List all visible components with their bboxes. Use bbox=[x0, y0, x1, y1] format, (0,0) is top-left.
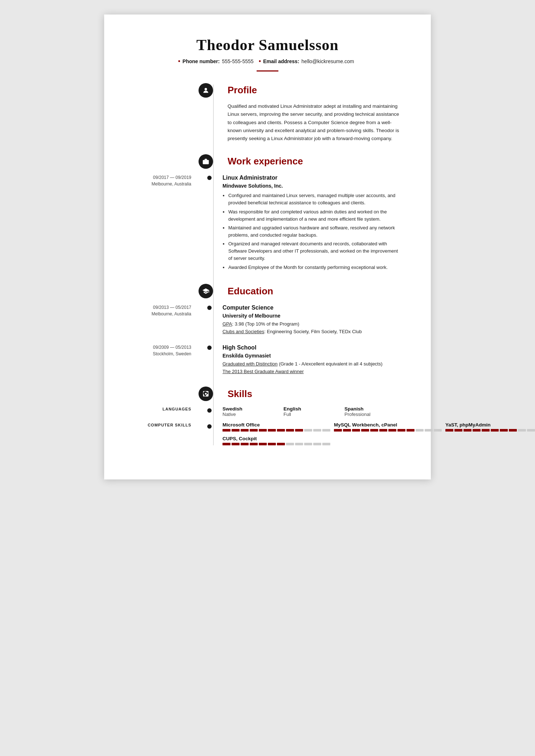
contact-line: • Phone number: 555-555-5555 • Email add… bbox=[133, 58, 402, 65]
edu-degree-0: Computer Science bbox=[222, 303, 402, 312]
computer-skills-row: COMPUTER SKILLS Microsoft Office MySQL W… bbox=[133, 422, 402, 445]
bullet-1: Was responsible for and completed variou… bbox=[228, 208, 402, 223]
computer-grid-row1: Microsoft Office MySQL Workbench, cPanel… bbox=[222, 422, 535, 432]
bullet-2: Maintained and upgraded various hardware… bbox=[228, 224, 402, 239]
edu-school-1: Enskilda Gymnasiet bbox=[222, 352, 402, 360]
computer-bullet-col bbox=[202, 422, 217, 429]
edu-date-col-1: 09/2009 — 05/2013 Stockholm, Sweden bbox=[133, 343, 202, 375]
clubs-value: Engineering Society, Film Society, TEDx … bbox=[267, 329, 362, 334]
lang-0: Swedish Native bbox=[222, 406, 280, 417]
job-content: Linux Administrator Mindwave Solutions, … bbox=[217, 173, 402, 272]
comp-skill-name-0: Microsoft Office bbox=[222, 422, 330, 428]
header-divider bbox=[257, 70, 278, 71]
phone-value: 555-555-5555 bbox=[222, 58, 253, 64]
header: Theodor Samuelsson • Phone number: 555-5… bbox=[133, 36, 402, 71]
bullet-3: Organized and managed relevant documents… bbox=[228, 240, 402, 262]
edu-content-1: High School Enskilda Gymnasiet Graduated… bbox=[217, 343, 402, 375]
work-icon bbox=[199, 154, 213, 169]
phone-label: Phone number: bbox=[183, 58, 220, 64]
email-label: Email address: bbox=[263, 58, 299, 64]
edu-degree-1: High School bbox=[222, 343, 402, 352]
job-bullets: Configured and maintained Linux servers,… bbox=[222, 192, 402, 271]
profile-icon bbox=[199, 83, 213, 98]
languages-row: LANGUAGES Swedish Native English Full Sp… bbox=[133, 406, 402, 417]
computer-label: COMPUTER SKILLS bbox=[133, 422, 202, 427]
lang-1: English Full bbox=[283, 406, 341, 417]
lang-level-0: Native bbox=[222, 412, 280, 417]
gpa-value: 3.98 (Top 10% of the Program) bbox=[235, 321, 299, 327]
edu-date-col-0: 09/2013 — 05/2017 Melbourne, Australia bbox=[133, 303, 202, 335]
edu-location-1: Stockholm, Sweden bbox=[133, 351, 191, 357]
edu-award: The 2013 Best Graduate Award winner bbox=[222, 368, 402, 375]
company-name: Mindwave Solutions, Inc. bbox=[222, 182, 402, 190]
clubs-label: Clubs and Societies bbox=[222, 329, 264, 334]
edu-date-0: 09/2013 — 05/2017 bbox=[133, 304, 191, 311]
lang-name-2: Spanish bbox=[344, 406, 402, 412]
candidate-name: Theodor Samuelsson bbox=[133, 36, 402, 54]
resume-container: Theodor Samuelsson • Phone number: 555-5… bbox=[104, 15, 431, 479]
edu-content-0: Computer Science University of Melbourne… bbox=[217, 303, 402, 335]
comp-progress-1 bbox=[334, 429, 442, 432]
skills-icon bbox=[199, 387, 213, 401]
education-section-header: Education bbox=[133, 286, 402, 297]
svg-rect-1 bbox=[203, 160, 209, 164]
edu-bullet-dot-1 bbox=[207, 346, 212, 350]
edu-bullet-col-0 bbox=[202, 303, 217, 335]
comp-skill-name-3: CUPS, Cockpit bbox=[222, 436, 330, 441]
comp-skill-0: Microsoft Office bbox=[222, 422, 330, 432]
computer-content: Microsoft Office MySQL Workbench, cPanel… bbox=[217, 422, 535, 445]
job-bullet-col bbox=[202, 173, 217, 272]
email-value: hello@kickresume.com bbox=[302, 58, 354, 64]
edu-school-0: University of Melbourne bbox=[222, 312, 402, 320]
languages-content: Swedish Native English Full Spanish Prof… bbox=[217, 406, 402, 417]
profile-section-header: Profile bbox=[133, 85, 402, 96]
edu-date-1: 09/2009 — 05/2013 bbox=[133, 344, 191, 351]
profile-text: Qualified and motivated Linux Administra… bbox=[228, 102, 402, 143]
lang-name-0: Swedish bbox=[222, 406, 280, 412]
work-section-header: Work experience bbox=[133, 156, 402, 167]
lang-level-1: Full bbox=[283, 412, 341, 417]
skills-section-title: Skills bbox=[228, 388, 252, 400]
svg-point-0 bbox=[205, 88, 207, 90]
gpa-label: GPA bbox=[222, 321, 232, 327]
edu-location-0: Melbourne, Australia bbox=[133, 311, 191, 317]
computer-grid-row2: CUPS, Cockpit bbox=[222, 436, 535, 445]
comp-skill-2: YaST, phpMyAdmin bbox=[445, 422, 535, 432]
education-icon bbox=[199, 284, 213, 298]
edu-clubs: Clubs and Societies: Engineering Society… bbox=[222, 328, 402, 335]
job-date-col: 09/2017 — 09/2019 Melbourne, Australia bbox=[133, 173, 202, 272]
languages-bullet-col bbox=[202, 406, 217, 413]
computer-bullet bbox=[207, 424, 212, 429]
email-bullet-icon: • bbox=[259, 58, 261, 65]
comp-progress-2 bbox=[445, 429, 535, 432]
comp-skill-1: MySQL Workbench, cPanel bbox=[334, 422, 442, 432]
comp-progress-3 bbox=[222, 443, 330, 445]
education-section-title: Education bbox=[228, 286, 273, 297]
timeline: Profile Qualified and motivated Linux Ad… bbox=[133, 85, 402, 445]
languages-bullet bbox=[207, 408, 212, 413]
languages-label: LANGUAGES bbox=[133, 406, 202, 411]
job-title: Linux Administrator bbox=[222, 173, 402, 182]
bullet-0: Configured and maintained Linux servers,… bbox=[228, 192, 402, 207]
job-row: 09/2017 — 09/2019 Melbourne, Australia L… bbox=[133, 173, 402, 272]
profile-section-title: Profile bbox=[228, 85, 257, 96]
comp-progress-0 bbox=[222, 429, 330, 432]
edu-bullet-col-1 bbox=[202, 343, 217, 375]
svg-point-4 bbox=[205, 393, 207, 395]
comp-skill-3: CUPS, Cockpit bbox=[222, 436, 330, 445]
bullet-4: Awarded Employee of the Month for consta… bbox=[228, 264, 402, 271]
lang-name-1: English bbox=[283, 406, 341, 412]
job-date: 09/2017 — 09/2019 bbox=[133, 174, 191, 181]
edu-row-0: 09/2013 — 05/2017 Melbourne, Australia C… bbox=[133, 303, 402, 335]
distinction-detail: (Grade 1 - A/excellent equivalent in all… bbox=[279, 361, 382, 367]
work-section-title: Work experience bbox=[228, 156, 303, 167]
skills-section-header: Skills bbox=[133, 388, 402, 400]
edu-distinction: Graduated with Distinction (Grade 1 - A/… bbox=[222, 360, 402, 368]
edu-gpa: GPA: 3.98 (Top 10% of the Program) bbox=[222, 320, 402, 328]
edu-row-1: 09/2009 — 05/2013 Stockholm, Sweden High… bbox=[133, 343, 402, 375]
edu-bullet-dot-0 bbox=[207, 306, 212, 310]
distinction-text: Graduated with Distinction bbox=[222, 361, 278, 367]
job-bullet-dot bbox=[207, 176, 212, 180]
job-location: Melbourne, Australia bbox=[133, 181, 191, 187]
lang-2: Spanish Professional bbox=[344, 406, 402, 417]
